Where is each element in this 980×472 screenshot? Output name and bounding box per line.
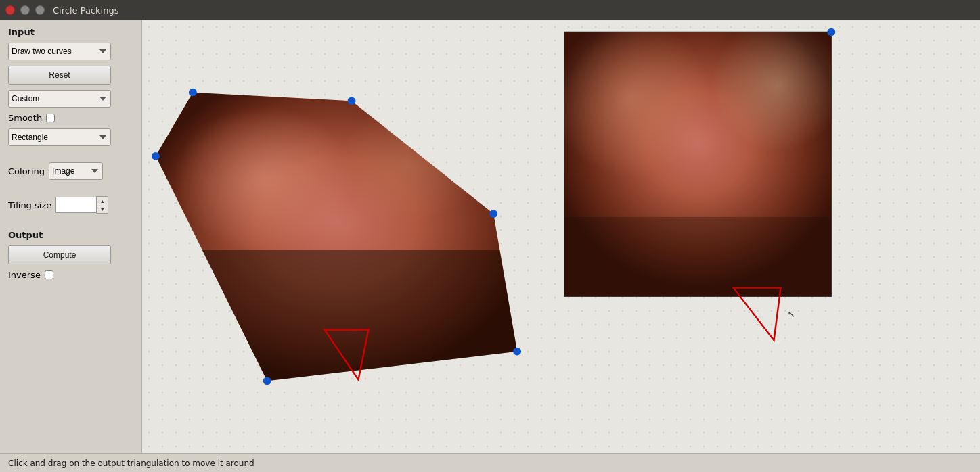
cp-2[interactable] xyxy=(489,210,497,218)
left-canvas-svg[interactable] xyxy=(142,20,561,453)
cursor-icon: ↖ xyxy=(787,308,795,319)
right-canvas[interactable]: ↖ xyxy=(561,20,980,453)
right-corner-cp[interactable] xyxy=(827,28,835,37)
custom-select[interactable]: CustomPreset 1Preset 2 xyxy=(8,90,111,108)
inverse-row: Inverse xyxy=(8,270,133,280)
inverse-label: Inverse xyxy=(8,270,41,280)
inverse-checkbox[interactable] xyxy=(45,270,53,279)
window-title: Circle Packings xyxy=(53,5,118,16)
close-button[interactable] xyxy=(5,5,15,15)
tiling-spinner: ▲ ▼ xyxy=(96,196,108,214)
tiling-input-wrap: 30 ▲ ▼ xyxy=(55,196,108,214)
coloring-label: Coloring xyxy=(8,166,45,176)
input-section-label: Input xyxy=(8,27,133,37)
sidebar: Input Draw two curvesLoad imageGenerate … xyxy=(0,20,142,453)
coloring-row: Coloring ImageSolidGradient xyxy=(8,162,133,180)
tiling-input[interactable]: 30 xyxy=(55,197,96,213)
smooth-row: Smooth xyxy=(8,113,133,123)
tiling-up-button[interactable]: ▲ xyxy=(97,197,108,205)
minimize-button[interactable] xyxy=(20,5,30,15)
reset-button[interactable]: Reset xyxy=(8,66,111,85)
tiling-row: Tiling size 30 ▲ ▼ xyxy=(8,196,133,214)
titlebar: Circle Packings xyxy=(0,0,980,20)
right-dark-overlay xyxy=(564,217,831,296)
tiling-label: Tiling size xyxy=(8,200,51,210)
smooth-label: Smooth xyxy=(8,113,42,123)
status-text: Click and drag on the output triangulati… xyxy=(8,458,254,468)
coloring-select[interactable]: ImageSolidGradient xyxy=(49,162,103,180)
cp-5[interactable] xyxy=(152,152,160,160)
smooth-checkbox[interactable] xyxy=(46,114,55,122)
input-mode-select[interactable]: Draw two curvesLoad imageGenerate xyxy=(8,43,111,60)
right-canvas-svg[interactable]: ↖ xyxy=(561,20,980,453)
tiling-down-button[interactable]: ▼ xyxy=(97,205,108,213)
left-dark-overlay xyxy=(142,250,561,394)
left-canvas[interactable] xyxy=(142,20,561,453)
cp-1[interactable] xyxy=(348,97,356,105)
canvas-area[interactable]: ↖ xyxy=(142,20,980,453)
statusbar: Click and drag on the output triangulati… xyxy=(0,453,980,472)
shape-select[interactable]: RectangleCircleTriangle xyxy=(8,128,111,146)
main-layout: Input Draw two curvesLoad imageGenerate … xyxy=(0,20,980,453)
output-section-label: Output xyxy=(8,230,133,240)
cp-3[interactable] xyxy=(513,348,521,356)
cp-4[interactable] xyxy=(263,377,271,385)
maximize-button[interactable] xyxy=(35,5,45,15)
compute-button[interactable]: Compute xyxy=(8,245,111,264)
cp-0[interactable] xyxy=(189,89,197,97)
